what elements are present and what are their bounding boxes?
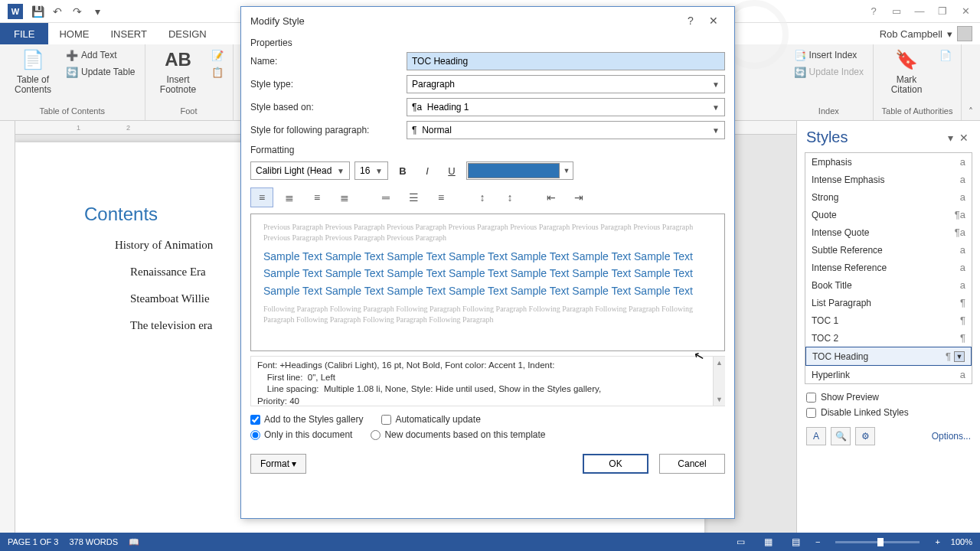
space-before-button[interactable]: ↕	[471, 187, 494, 207]
zoom-level[interactable]: 100%	[951, 537, 972, 546]
page-status[interactable]: PAGE 1 OF 3	[8, 537, 58, 546]
manage-styles-icon[interactable]: ⚙	[855, 427, 875, 445]
style-item[interactable]: TOC Heading¶▼	[805, 347, 972, 366]
tab-home[interactable]: HOME	[48, 23, 100, 44]
single-space-button[interactable]: ═	[374, 187, 397, 207]
style-item[interactable]: List Paragraph¶	[805, 294, 972, 311]
style-inspector-icon[interactable]: 🔍	[831, 427, 851, 445]
new-style-icon[interactable]: A	[806, 427, 826, 445]
close-icon[interactable]: ✕	[954, 2, 977, 21]
avatar	[957, 26, 972, 41]
align-left-button[interactable]: ≡	[250, 187, 273, 207]
style-item[interactable]: Book Titlea	[805, 276, 972, 294]
style-preview: Previous Paragraph Previous Paragraph Pr…	[250, 214, 725, 351]
increase-indent-button[interactable]: ⇥	[567, 187, 590, 207]
dialog-help-icon[interactable]: ?	[679, 15, 702, 27]
based-on-select[interactable]: ¶a Heading 1▼	[407, 98, 725, 116]
ok-button[interactable]: OK	[583, 454, 648, 474]
following-select[interactable]: ¶ Normal▼	[407, 121, 725, 139]
auto-update-checkbox[interactable]: Automatically update	[381, 414, 480, 425]
onehalf-space-button[interactable]: ☰	[402, 187, 425, 207]
style-item[interactable]: Intense Quote¶a	[805, 223, 972, 241]
minimize-icon[interactable]: —	[908, 2, 931, 21]
qat-more-icon[interactable]: ▾	[87, 2, 107, 21]
style-item[interactable]: Quote¶a	[805, 206, 972, 223]
font-select[interactable]: Calibri Light (Head▼	[250, 161, 350, 180]
group-label: Index	[791, 106, 867, 119]
proofing-icon[interactable]: 📖	[129, 537, 139, 547]
double-space-button[interactable]: ≡	[430, 187, 452, 207]
collapse-ribbon-icon[interactable]: ˄	[962, 44, 980, 120]
read-mode-icon[interactable]: ▭	[733, 535, 750, 549]
new-docs-radio[interactable]: New documents based on this template	[371, 429, 545, 440]
citation-small[interactable]: 📄	[936, 47, 955, 63]
style-glyph-icon: ¶	[946, 350, 951, 362]
style-item[interactable]: Stronga	[805, 188, 972, 206]
styles-options-link[interactable]: Options...	[932, 431, 971, 442]
zoom-slider[interactable]	[835, 541, 920, 543]
show-preview-checkbox[interactable]: Show Preview	[806, 392, 971, 403]
pane-options-icon[interactable]: ▾	[943, 132, 957, 144]
space-after-button[interactable]: ↕	[498, 187, 521, 207]
pane-close-icon[interactable]: ✕	[957, 132, 971, 144]
scrollbar[interactable]: ▲▼	[713, 357, 725, 406]
add-text-button[interactable]: ➕Add Text	[63, 47, 139, 63]
chevron-down-icon[interactable]: ▼	[954, 351, 965, 362]
restore-icon[interactable]: ❐	[931, 2, 954, 21]
style-item[interactable]: TOC 1¶	[805, 311, 972, 329]
insert-footnote-button[interactable]: AB Insert Footnote	[152, 47, 205, 95]
style-item[interactable]: Intense Referencea	[805, 259, 972, 276]
italic-button[interactable]: I	[417, 161, 437, 180]
save-icon[interactable]: 💾	[28, 2, 47, 21]
tab-design[interactable]: DESIGN	[158, 23, 217, 44]
bold-button[interactable]: B	[393, 161, 413, 180]
tab-insert[interactable]: INSERT	[100, 23, 157, 44]
format-button[interactable]: Format ▾	[250, 454, 306, 474]
only-this-doc-radio[interactable]: Only in this document	[250, 429, 352, 440]
style-item[interactable]: Hyperlinka	[805, 366, 972, 383]
font-color-select[interactable]: ▼	[466, 161, 573, 180]
align-center-button[interactable]: ≣	[278, 187, 301, 207]
redo-icon[interactable]: ↷	[67, 2, 87, 21]
style-description: Font: +Headings (Calibri Light), 16 pt, …	[250, 356, 725, 406]
zoom-in-icon[interactable]: +	[935, 537, 939, 546]
footnote-icon: AB	[166, 47, 191, 72]
print-layout-icon[interactable]: ▦	[760, 535, 777, 549]
cancel-button[interactable]: Cancel	[659, 454, 725, 474]
footnote-small-1[interactable]: 📝	[208, 47, 227, 63]
style-glyph-icon: ¶a	[955, 227, 965, 238]
ribbon-options-icon[interactable]: ▭	[885, 2, 908, 21]
insert-index-button[interactable]: 📑Insert Index	[791, 47, 867, 63]
style-type-select[interactable]: Paragraph▼	[407, 75, 725, 93]
undo-icon[interactable]: ↶	[47, 2, 67, 21]
decrease-indent-button[interactable]: ⇤	[540, 187, 563, 207]
update-index-button[interactable]: 🔄Update Index	[791, 64, 867, 80]
add-to-gallery-checkbox[interactable]: Add to the Styles gallery	[250, 414, 363, 425]
web-layout-icon[interactable]: ▤	[788, 535, 805, 549]
zoom-out-icon[interactable]: −	[815, 537, 820, 546]
style-glyph-icon: a	[960, 244, 965, 256]
underline-button[interactable]: U	[442, 161, 462, 180]
disable-linked-checkbox[interactable]: Disable Linked Styles	[806, 407, 971, 418]
table-of-contents-button[interactable]: 📄 Table of Contents	[6, 47, 60, 95]
word-count[interactable]: 378 WORDS	[69, 537, 118, 546]
tab-file[interactable]: FILE	[0, 23, 48, 44]
size-select[interactable]: 16▼	[354, 161, 388, 180]
mark-citation-button[interactable]: 🔖 Mark Citation	[880, 47, 933, 95]
user-account[interactable]: Rob Campbell ▾	[872, 23, 980, 44]
style-item-label: TOC 1	[812, 315, 838, 326]
style-item[interactable]: Subtle Referencea	[805, 241, 972, 259]
update-table-button[interactable]: 🔄Update Table	[63, 64, 139, 80]
style-item[interactable]: Emphasisa	[805, 153, 972, 171]
style-item[interactable]: TOC 2¶	[805, 329, 972, 347]
style-name-input[interactable]	[407, 52, 725, 70]
chevron-down-icon: ▼	[712, 103, 720, 112]
dialog-close-icon[interactable]: ✕	[702, 15, 725, 27]
justify-button[interactable]: ≣	[333, 187, 356, 207]
footnote-small-2[interactable]: 📋	[208, 64, 227, 80]
help-icon[interactable]: ?	[862, 2, 885, 21]
align-right-button[interactable]: ≡	[305, 187, 328, 207]
refresh-icon: 🔄	[794, 66, 806, 78]
name-label: Name:	[250, 56, 400, 67]
style-item[interactable]: Intense Emphasisa	[805, 171, 972, 188]
